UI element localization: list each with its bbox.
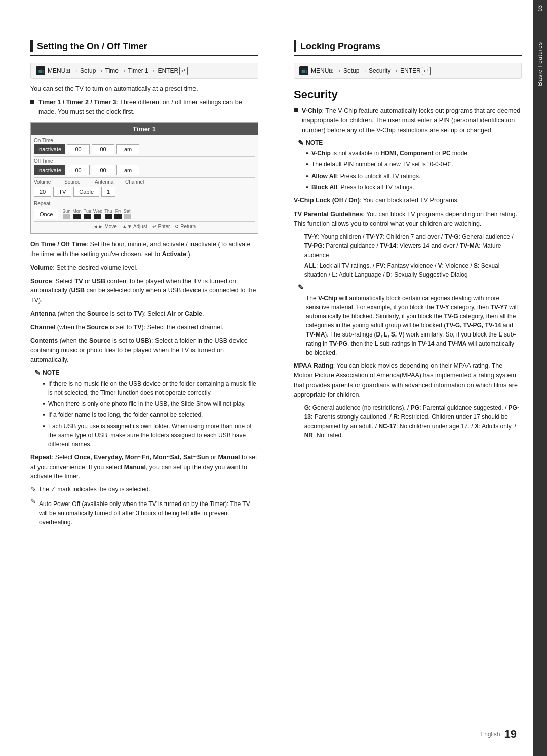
off-time-ampm: am bbox=[116, 165, 139, 175]
left-note-section: ✎ NOTE • If there is no music file on th… bbox=[34, 369, 258, 449]
left-intro: You can set the TV to turn on automatica… bbox=[30, 84, 258, 94]
day-tue: Tue bbox=[84, 208, 91, 219]
day-mon: Mon bbox=[72, 208, 82, 219]
day-thu: Thu bbox=[104, 208, 112, 219]
vchip-block-icon: ✎ bbox=[298, 283, 304, 291]
note-icon-left: ✎ bbox=[34, 369, 41, 377]
rating-item-1: – TV-Y: Young children / TV-Y7: Children… bbox=[298, 232, 522, 260]
on-time-minute: 00 bbox=[92, 144, 114, 154]
on-time-label: On Time bbox=[34, 138, 255, 143]
divider-1 bbox=[34, 156, 255, 157]
antenna-desc: Antenna (when the Source is set to TV): … bbox=[30, 309, 258, 319]
vchip-note-3: • Allow All: Press to unlock all TV rati… bbox=[306, 172, 522, 181]
page-footer: English 19 bbox=[480, 728, 517, 741]
chapter-tab: 03 Basic Features bbox=[533, 0, 547, 756]
repeat-value: Once bbox=[34, 209, 58, 219]
contents-desc: Contents (when the Source is set to USB)… bbox=[30, 336, 258, 364]
checkmark-note-icon: ✎ bbox=[30, 485, 36, 493]
timer-title: Timer 1 bbox=[31, 123, 258, 135]
note-label-left: NOTE bbox=[43, 369, 59, 376]
ant-label: Antenna bbox=[95, 179, 125, 185]
left-column: Setting the On / Off Timer 📺 MENU⊞ → Set… bbox=[30, 40, 268, 716]
settings-label-row: Volume Source Antenna Channel bbox=[34, 179, 255, 185]
vchip-desc: V-Chip: The V-Chip feature automatically… bbox=[302, 106, 522, 135]
mpaa-desc: MPAA Rating: You can block movies depend… bbox=[294, 361, 522, 399]
source-desc: Source: Select TV or USB content to be p… bbox=[30, 277, 258, 305]
menu-icon-left: 📺 bbox=[36, 66, 45, 75]
vchip-bullet-square bbox=[294, 108, 298, 112]
rating-text-1: TV-Y: Young children / TV-Y7: Children 7… bbox=[304, 232, 522, 260]
vchip-note-text-1: V-Chip is not available in HDMI, Compone… bbox=[311, 149, 469, 158]
vchip-note-text-2: The default PIN number of a new TV set i… bbox=[311, 160, 453, 169]
note-text-4: Each USB you use is assigned its own fol… bbox=[48, 422, 258, 449]
day-sat: Sat bbox=[124, 208, 131, 219]
rating-item-2: – ALL: Lock all TV ratings. / FV: Fantas… bbox=[298, 261, 522, 279]
header-bar-right bbox=[294, 40, 296, 52]
footer-language: English bbox=[480, 731, 500, 738]
repeat-label-row: Repeat bbox=[34, 201, 255, 206]
menu-icon-right: 📺 bbox=[299, 66, 308, 75]
vol-label: Volume bbox=[34, 179, 64, 185]
auto-power-icon: ✎ bbox=[30, 496, 36, 507]
note-bullet-4: • Each USB you use is assigned its own f… bbox=[43, 422, 258, 449]
vchip-note-text-4: Block All: Press to lock all TV ratings. bbox=[311, 183, 414, 192]
page-number: 19 bbox=[504, 728, 517, 741]
note-header-left: ✎ NOTE bbox=[34, 369, 258, 377]
note-bullets-left: • If there is no music file on the USB d… bbox=[43, 379, 258, 449]
vchip-note-text-3: Allow All: Press to unlock all TV rating… bbox=[311, 172, 420, 181]
day-wed: Wed bbox=[93, 208, 102, 219]
on-time-row: Inactivate 00 00 am bbox=[34, 144, 255, 154]
left-section-header: Setting the On / Off Timer bbox=[30, 40, 258, 56]
checkmark-note: ✎ The ✓ mark indicates the day is select… bbox=[30, 485, 258, 493]
header-bar-left bbox=[30, 40, 33, 52]
note-bullet-2: • When there is only one photo file in t… bbox=[43, 399, 258, 408]
off-time-label: Off Time bbox=[34, 158, 255, 164]
auto-power-text: Auto Power Off (available only when the … bbox=[39, 499, 258, 527]
vchip-note-2: • The default PIN number of a new TV set… bbox=[306, 160, 522, 169]
nav-return: ↺ Return bbox=[175, 224, 196, 229]
timer-grid: On Time Inactivate 00 00 am Off Time Ina… bbox=[31, 135, 258, 233]
on-time-hour: 00 bbox=[67, 144, 90, 154]
mpaa-items-text: G: General audience (no restrictions). /… bbox=[304, 403, 522, 440]
channel-desc: Channel (when the Source is set to TV): … bbox=[30, 323, 258, 332]
note-icon-right: ✎ bbox=[298, 139, 304, 147]
vchip-bullet: V-Chip: The V-Chip feature automatically… bbox=[294, 106, 522, 135]
note-text-1: If there is no music file on the USB dev… bbox=[48, 379, 258, 397]
timer-bullet-text: Timer 1 / Timer 2 / Timer 3: Three diffe… bbox=[38, 98, 258, 117]
off-time-row: Inactivate 00 00 am bbox=[34, 165, 255, 175]
bullet-square bbox=[30, 100, 34, 104]
divider-2 bbox=[34, 177, 255, 178]
repeat-value-row: Once Sun Mon Tue bbox=[34, 208, 255, 219]
security-title: Security bbox=[294, 88, 522, 101]
right-note-section: ✎ NOTE • V-Chip is not available in HDMI… bbox=[298, 139, 522, 192]
note-text-2: When there is only one photo file in the… bbox=[48, 399, 246, 408]
vchip-block-note-section: ✎ The V-Chip will automatically block ce… bbox=[298, 283, 522, 357]
src-label: Source bbox=[64, 179, 95, 185]
vchip-block-text: The V-Chip will automatically block cert… bbox=[306, 293, 522, 357]
note-bullet-1: • If there is no music file on the USB d… bbox=[43, 379, 258, 397]
right-menu-path: 📺 MENU⊞ → Setup → Security → ENTER↵ bbox=[294, 63, 522, 79]
timer-bullet: Timer 1 / Timer 2 / Timer 3: Three diffe… bbox=[30, 98, 258, 117]
tv-parental-desc: TV Parental Guidelines: You can block TV… bbox=[294, 209, 522, 229]
volume-desc: Volume: Set the desired volume level. bbox=[30, 263, 258, 273]
repeat-desc: Repeat: Select Once, Everyday, Mon~Fri, … bbox=[30, 453, 258, 481]
nav-move: ◄► Move bbox=[93, 224, 117, 229]
vchip-block-note-header: ✎ bbox=[298, 283, 522, 291]
auto-power-bullet: ✎ Auto Power Off (available only when th… bbox=[30, 496, 258, 531]
chapter-number: 03 bbox=[537, 5, 543, 11]
timer-box: Timer 1 On Time Inactivate 00 00 am Off … bbox=[30, 122, 258, 234]
on-time-ampm: am bbox=[116, 144, 139, 154]
nav-enter: ↵ Enter bbox=[152, 224, 170, 229]
note-text-3: If a folder name is too long, the folder… bbox=[48, 410, 203, 419]
ch-value: 1 bbox=[101, 187, 115, 197]
mpaa-items: – G: General audience (no restrictions).… bbox=[298, 403, 522, 440]
left-menu-path-text: MENU⊞ → Setup → Time → Timer 1 → ENTER↵ bbox=[48, 67, 189, 75]
timer-nav-row: ◄► Move ▲▼ Adjust ↵ Enter ↺ Return bbox=[34, 221, 255, 230]
right-menu-path-text: MENU⊞ → Setup → Security → ENTER↵ bbox=[311, 67, 432, 75]
nav-adjust: ▲▼ Adjust bbox=[122, 224, 147, 229]
note-bullet-3: • If a folder name is too long, the fold… bbox=[43, 410, 258, 419]
on-time-inactivate: Inactivate bbox=[34, 144, 65, 154]
right-section-title: Locking Programs bbox=[300, 41, 380, 52]
right-section-header: Locking Programs bbox=[294, 40, 522, 56]
ant-value: Cable bbox=[73, 187, 99, 197]
